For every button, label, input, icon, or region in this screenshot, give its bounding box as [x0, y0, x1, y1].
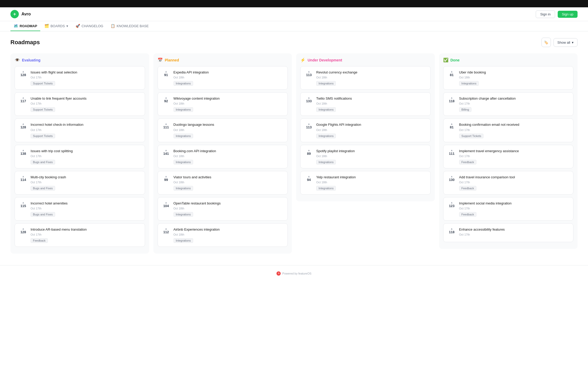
list-item[interactable]: ▲92Wikivoyage content integrationOct 18t…	[158, 92, 288, 116]
upvote-arrow-icon[interactable]: ▲	[22, 227, 25, 230]
upvote-arrow-icon[interactable]: ▲	[22, 175, 25, 178]
upvote-arrow-icon[interactable]: ▲	[165, 201, 168, 204]
card-tag[interactable]: Integrations	[174, 238, 193, 243]
upvote-arrow-icon[interactable]: ▲	[451, 122, 453, 125]
card-tag[interactable]: Integrations	[174, 212, 193, 217]
card-tag[interactable]: Billing	[459, 107, 471, 112]
upvote-arrow-icon[interactable]: ▲	[22, 122, 25, 125]
upvote-arrow-icon[interactable]: ▲	[308, 175, 310, 178]
card-tag[interactable]: Feedback	[459, 160, 476, 164]
list-item[interactable]: ▲81Uber ride bookingOct 18thIntegrations	[443, 66, 574, 90]
list-item[interactable]: ▲113Revolut currency exchangeOct 18thInt…	[300, 66, 431, 90]
list-item[interactable]: ▲89Spotify playlist integrationOct 18thI…	[300, 145, 431, 168]
card-tag[interactable]: Support Tickets	[31, 134, 55, 138]
card-tag[interactable]: Support Tickets	[31, 107, 55, 112]
card-tag[interactable]: Integrations	[316, 134, 336, 138]
nav-item-roadmap[interactable]: 🗺️ ROADMAP	[10, 21, 40, 31]
planned-column-label: Planned	[165, 58, 179, 62]
card-tag[interactable]: Integrations	[174, 186, 193, 191]
card-tag[interactable]: Feedback	[459, 212, 476, 217]
header: + Avro Sign in Sign up	[0, 7, 588, 21]
show-all-button[interactable]: Show all ▾	[554, 38, 578, 47]
list-item[interactable]: ▲117Unable to link frequent flyer accoun…	[15, 92, 145, 116]
card-tag[interactable]: Integrations	[174, 107, 193, 112]
page-title: Roadmaps	[10, 39, 40, 46]
vote-count: 115	[20, 204, 26, 208]
vote-box: ▲128	[19, 227, 28, 234]
nav-item-boards[interactable]: 🗂️ BOARDS ▾	[41, 21, 71, 31]
upvote-arrow-icon[interactable]: ▲	[451, 70, 453, 73]
card-tag[interactable]: Bugs and Fixes	[31, 160, 55, 164]
list-item[interactable]: ▲130Add travel insurance comparison tool…	[443, 171, 574, 195]
upvote-arrow-icon[interactable]: ▲	[451, 149, 453, 152]
card-date: Oct 18th	[174, 76, 284, 79]
upvote-arrow-icon[interactable]: ▲	[22, 70, 25, 73]
logo-icon: +	[10, 10, 19, 18]
upvote-arrow-icon[interactable]: ▲	[308, 149, 310, 152]
upvote-arrow-icon[interactable]: ▲	[451, 175, 453, 178]
upvote-arrow-icon[interactable]: ▲	[308, 70, 310, 73]
list-item[interactable]: ▲112Airbnb Experiences integrationOct 18…	[158, 223, 288, 247]
card-date: Oct 18th	[316, 128, 427, 132]
list-item[interactable]: ▲104OpenTable restaurant bookingsOct 18t…	[158, 197, 288, 221]
card-tag[interactable]: Integrations	[316, 186, 336, 191]
list-item[interactable]: ▲118Subscription charge after cancellati…	[443, 92, 574, 116]
card-tag[interactable]: Integrations	[174, 134, 193, 138]
list-item[interactable]: ▲128Incorrect hotel check-in information…	[15, 118, 145, 142]
list-item[interactable]: ▲111Duolingo language lessonsOct 18thInt…	[158, 118, 288, 142]
nav-item-knowledge-base[interactable]: 📋 KNOWLEDGE BASE	[107, 21, 152, 31]
list-item[interactable]: ▲115Incorrect hotel amenitiesOct 17thBug…	[15, 197, 145, 221]
vote-box: ▲115	[19, 201, 28, 208]
card-tag[interactable]: Bugs and Fixes	[31, 212, 55, 217]
upvote-arrow-icon[interactable]: ▲	[308, 96, 310, 99]
list-item[interactable]: ▲123Implement social media integrationOc…	[443, 197, 574, 221]
upvote-arrow-icon[interactable]: ▲	[165, 122, 168, 125]
upvote-arrow-icon[interactable]: ▲	[451, 227, 453, 230]
vote-count: 89	[307, 152, 311, 156]
card-date: Oct 17th	[459, 233, 570, 236]
upvote-arrow-icon[interactable]: ▲	[308, 122, 310, 125]
card-tag[interactable]: Integrations	[174, 81, 193, 86]
page-actions: 🏷️ Show all ▾	[541, 38, 578, 47]
card-tag[interactable]: Integrations	[459, 81, 479, 86]
signin-button[interactable]: Sign in	[536, 10, 555, 18]
card-tag[interactable]: Support Tickets	[459, 134, 484, 138]
nav-label-changelog: CHANGELOG	[82, 24, 103, 28]
upvote-arrow-icon[interactable]: ▲	[451, 201, 453, 204]
nav-item-changelog[interactable]: 🚀 CHANGELOG	[72, 21, 106, 31]
upvote-arrow-icon[interactable]: ▲	[22, 149, 25, 152]
upvote-arrow-icon[interactable]: ▲	[165, 175, 168, 178]
list-item[interactable]: ▲128Issues with flight seat selectionOct…	[15, 66, 145, 90]
list-item[interactable]: ▲133Twilio SMS notificationsOct 18thInte…	[300, 92, 431, 116]
card-tag[interactable]: Bugs and Fixes	[31, 186, 55, 191]
upvote-arrow-icon[interactable]: ▲	[165, 70, 168, 73]
card-date: Oct 17th	[31, 128, 141, 132]
list-item[interactable]: ▲138Issues with trip cost splittingOct 1…	[15, 145, 145, 168]
list-item[interactable]: ▲111Implement travel emergency assistanc…	[443, 145, 574, 168]
card-tag[interactable]: Integrations	[316, 107, 336, 112]
list-item[interactable]: ▲141Booking.com API integrationOct 18thI…	[158, 145, 288, 168]
card-tag[interactable]: Integrations	[316, 81, 336, 86]
list-item[interactable]: ▲114Multi-city booking crashOct 17thBugs…	[15, 171, 145, 195]
list-item[interactable]: ▲91Expedia API integrationOct 18thIntegr…	[158, 66, 288, 90]
list-item[interactable]: ▲128Introduce AR-based menu translationO…	[15, 223, 145, 247]
upvote-arrow-icon[interactable]: ▲	[22, 201, 25, 204]
list-item[interactable]: ▲118Enhance accessibility featuresOct 17…	[443, 223, 574, 242]
card-tag[interactable]: Integrations	[316, 160, 336, 164]
upvote-arrow-icon[interactable]: ▲	[22, 96, 25, 99]
card-tag[interactable]: Support Tickets	[31, 81, 55, 86]
list-item[interactable]: ▲113Google Flights API integrationOct 18…	[300, 118, 431, 142]
upvote-arrow-icon[interactable]: ▲	[165, 227, 168, 230]
card-tag[interactable]: Integrations	[174, 160, 193, 164]
upvote-arrow-icon[interactable]: ▲	[165, 96, 168, 99]
card-tag[interactable]: Feedback	[31, 238, 48, 243]
card-tag[interactable]: Feedback	[459, 186, 476, 191]
list-item[interactable]: ▲81Booking confirmation email not receiv…	[443, 118, 574, 142]
upvote-arrow-icon[interactable]: ▲	[165, 149, 168, 152]
upvote-arrow-icon[interactable]: ▲	[451, 96, 453, 99]
list-item[interactable]: ▲94Yelp restaurant integrationOct 18thIn…	[300, 171, 431, 195]
list-item[interactable]: ▲99Viator tours and activitiesOct 18thIn…	[158, 171, 288, 195]
signup-button[interactable]: Sign up	[558, 11, 578, 18]
tag-filter-button[interactable]: 🏷️	[541, 38, 551, 47]
vote-box: ▲118	[447, 96, 457, 103]
